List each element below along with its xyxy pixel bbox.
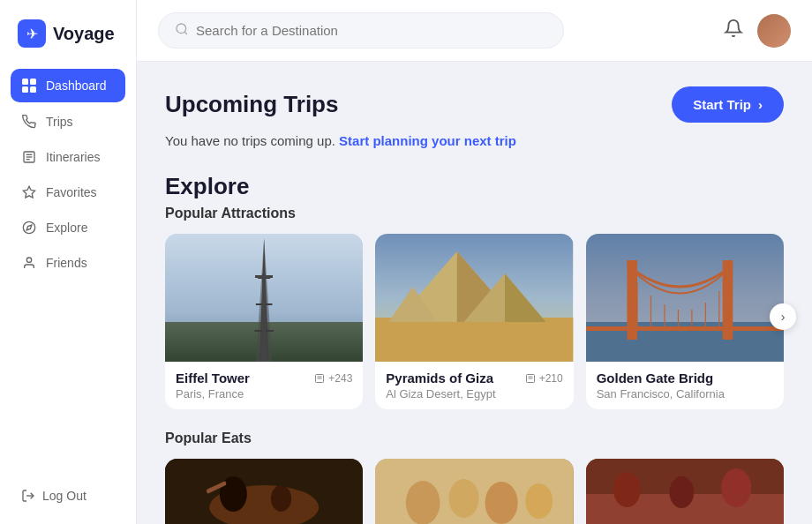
logout-button[interactable]: Log Out <box>21 489 115 503</box>
svg-point-51 <box>271 485 291 512</box>
search-input[interactable] <box>196 23 547 38</box>
svg-marker-8 <box>23 186 34 198</box>
food-image-1 <box>165 459 363 524</box>
svg-line-14 <box>184 32 187 34</box>
sidebar-item-label-favorites: Favorites <box>46 185 97 199</box>
start-trip-arrow-icon: › <box>758 97 763 112</box>
logout-icon <box>21 489 35 503</box>
svg-point-55 <box>449 479 479 518</box>
svg-point-62 <box>721 468 751 507</box>
explore-title: Explore <box>165 173 784 200</box>
svg-point-9 <box>23 221 34 233</box>
svg-rect-0 <box>22 79 28 85</box>
golden-gate-svg <box>586 234 784 362</box>
golden-gate-image <box>586 234 784 362</box>
svg-point-13 <box>177 24 186 34</box>
popular-attractions-label: Popular Attractions <box>165 206 784 221</box>
svg-point-60 <box>613 472 641 507</box>
logo-icon: ✈ <box>18 19 46 48</box>
attraction-card-pyramids[interactable]: Pyramids of Giza +210 Al Giza Desert, Eg… <box>375 234 573 409</box>
sidebar-item-label-itineraries: Itineraries <box>46 150 100 164</box>
golden-gate-location: San Francisco, California <box>597 387 773 400</box>
food-image-2 <box>375 459 573 524</box>
friends-icon <box>21 256 37 270</box>
pyramids-svg <box>375 234 573 362</box>
svg-marker-10 <box>26 225 32 230</box>
eats-cards-row <box>165 459 784 524</box>
sidebar-item-trips[interactable]: Trips <box>11 106 125 138</box>
logo[interactable]: ✈ Voyage <box>0 0 136 69</box>
svg-rect-3 <box>30 86 36 93</box>
search-icon <box>175 22 189 39</box>
logout-label: Log Out <box>42 489 86 503</box>
start-planning-link[interactable]: Start planning your next trip <box>339 133 516 148</box>
svg-point-11 <box>26 258 31 262</box>
svg-point-57 <box>526 483 553 519</box>
upcoming-trips-header: Upcoming Trips Start Trip › <box>165 86 784 123</box>
eiffel-svg <box>165 234 363 362</box>
pyramids-name-row: Pyramids of Giza +210 <box>386 371 562 386</box>
pyramids-info: Pyramids of Giza +210 Al Giza Desert, Eg… <box>375 362 573 409</box>
svg-rect-2 <box>22 86 28 93</box>
sidebar-item-explore[interactable]: Explore <box>11 212 125 243</box>
svg-rect-16 <box>165 322 363 362</box>
sidebar-item-friends[interactable]: Friends <box>11 247 125 279</box>
start-trip-button[interactable]: Start Trip › <box>672 86 784 123</box>
svg-rect-40 <box>586 326 784 331</box>
attraction-card-golden-gate[interactable]: Golden Gate Bridg San Francisco, Califor… <box>586 234 784 409</box>
sidebar-item-favorites[interactable]: Favorites <box>11 176 125 208</box>
eiffel-location: Paris, France <box>176 387 352 400</box>
itineraries-icon <box>21 150 37 164</box>
eiffel-name: Eiffel Tower <box>176 371 250 386</box>
upcoming-trips-title: Upcoming Trips <box>165 91 338 118</box>
search-bar[interactable] <box>158 12 564 49</box>
svg-rect-26 <box>375 318 573 362</box>
sidebar: ✈ Voyage Dashboard Trips <box>0 0 137 524</box>
avatar-image <box>757 14 791 48</box>
sidebar-footer: Log Out <box>0 475 136 524</box>
dashboard-icon <box>21 78 37 94</box>
pyramids-location: Al Giza Desert, Egypt <box>386 387 562 400</box>
eiffel-image <box>165 234 363 362</box>
no-trips-text: You have no trips coming up. <box>165 133 335 148</box>
notification-bell-icon[interactable] <box>724 19 743 43</box>
sidebar-nav: Dashboard Trips Itineraries <box>0 69 136 475</box>
pyramids-count: +210 <box>525 372 563 385</box>
content-area: Upcoming Trips Start Trip › You have no … <box>137 62 812 524</box>
food-image-3 <box>586 459 784 524</box>
avatar[interactable] <box>757 14 791 48</box>
header <box>137 0 812 62</box>
svg-point-61 <box>669 476 694 508</box>
popular-eats-label: Popular Eats <box>165 430 784 446</box>
start-trip-label: Start Trip <box>693 97 751 112</box>
sidebar-item-label-trips: Trips <box>46 115 73 129</box>
golden-gate-name: Golden Gate Bridg <box>597 371 714 386</box>
golden-gate-name-row: Golden Gate Bridg <box>597 371 773 386</box>
sidebar-item-dashboard[interactable]: Dashboard <box>11 69 125 102</box>
attraction-cards-row: Eiffel Tower +243 Paris, France <box>165 234 784 409</box>
attraction-card-eiffel[interactable]: Eiffel Tower +243 Paris, France <box>165 234 363 409</box>
svg-point-54 <box>406 481 440 524</box>
favorites-icon <box>21 185 37 199</box>
eats-card-2[interactable] <box>375 459 573 524</box>
sidebar-item-label-explore: Explore <box>46 221 87 235</box>
eiffel-info: Eiffel Tower +243 Paris, France <box>165 362 363 409</box>
eats-card-3[interactable] <box>586 459 784 524</box>
cards-next-button[interactable]: › <box>770 303 796 330</box>
no-trips-message: You have no trips coming up. Start plann… <box>165 133 784 148</box>
sidebar-item-label-friends: Friends <box>46 256 87 270</box>
svg-point-56 <box>485 482 518 524</box>
app-name: Voyage <box>53 24 115 44</box>
explore-icon <box>21 221 37 235</box>
eiffel-name-row: Eiffel Tower +243 <box>176 371 352 386</box>
pyramids-image <box>375 234 573 362</box>
eats-card-1[interactable] <box>165 459 363 524</box>
sidebar-item-itineraries[interactable]: Itineraries <box>11 141 125 173</box>
golden-gate-info: Golden Gate Bridg San Francisco, Califor… <box>586 362 784 409</box>
trips-icon <box>21 115 37 129</box>
pyramids-name: Pyramids of Giza <box>386 371 493 386</box>
sidebar-item-label-dashboard: Dashboard <box>46 79 107 93</box>
header-right <box>724 14 791 48</box>
svg-rect-1 <box>30 79 36 85</box>
main-content: Upcoming Trips Start Trip › You have no … <box>137 0 812 524</box>
